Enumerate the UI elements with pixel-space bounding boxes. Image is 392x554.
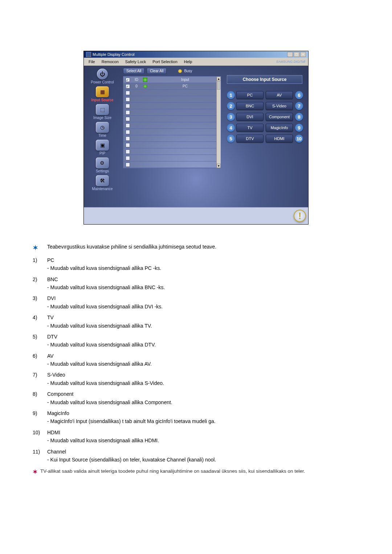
list-item: 1)PC - Muudab valitud kuva sisendsignaal… — [33, 256, 359, 272]
source-hdmi-button[interactable]: HDMI — [266, 135, 293, 143]
callout-5: 5 — [227, 135, 235, 143]
callout-4: 4 — [227, 124, 235, 132]
info-icon[interactable]: ! — [294, 210, 306, 222]
header-checkbox[interactable] — [126, 78, 130, 82]
menubar: File Remocon Safety Lock Port Selection … — [84, 58, 308, 66]
list-item-title: Component — [47, 391, 73, 397]
row-checkbox[interactable] — [126, 143, 130, 147]
row-checkbox[interactable] — [126, 156, 130, 160]
callout-8: 8 — [295, 113, 303, 121]
list-item-title: MagicInfo — [47, 410, 69, 416]
source-av-button[interactable]: AV — [266, 91, 293, 99]
maximize-button[interactable]: □ — [294, 52, 299, 57]
list-item-title: DVI — [47, 295, 56, 301]
minimize-button[interactable]: _ — [287, 52, 293, 57]
sidebar-item-pip[interactable]: ▣ PIP — [96, 140, 109, 155]
scroll-up-icon[interactable]: ▲ — [217, 77, 221, 81]
star-icon: ✶ — [33, 467, 37, 477]
menu-port-selection[interactable]: Port Selection — [149, 58, 180, 65]
row-checkbox[interactable] — [126, 97, 130, 102]
col-header-status-icon — [143, 78, 147, 82]
list-item-desc: - Muudab valitud kuva sisendsignaali all… — [47, 322, 359, 330]
titlebar: Multiple Display Control _ □ × — [84, 51, 308, 58]
sidebar-item-settings[interactable]: ⚙ Settings — [96, 157, 109, 173]
app-icon — [86, 52, 91, 57]
list-item-title: TV — [47, 315, 54, 320]
row-checkbox[interactable] — [126, 117, 130, 121]
row-checkbox[interactable] — [126, 84, 130, 89]
list-item-number: 11) — [33, 448, 47, 464]
list-item-desc: - Muudab valitud kuva sisendsignaali all… — [47, 398, 359, 406]
table-row-empty — [123, 90, 221, 96]
table-row[interactable]: 0 PC — [123, 83, 221, 90]
list-item-desc: - Muudab valitud kuva sisendsignaali all… — [47, 264, 359, 272]
sidebar-item-input-source[interactable]: ▦ Input Source — [91, 86, 113, 102]
row-checkbox[interactable] — [126, 163, 130, 167]
list-item: 6)AV - Muudab valitud kuva sisendsignaal… — [33, 352, 359, 368]
callout-3: 3 — [227, 113, 235, 121]
panel-header: Choose Input Source — [227, 75, 302, 84]
menu-remocon[interactable]: Remocon — [98, 58, 122, 65]
image-size-icon: ⬚ — [96, 104, 109, 115]
display-grid: ID Input 0 PC — [123, 76, 221, 168]
list-item: 2)BNC - Muudab valitud kuva sisendsignaa… — [33, 275, 359, 292]
table-row-empty — [123, 96, 221, 103]
menu-file[interactable]: File — [85, 58, 98, 65]
list-item-number: 2) — [33, 275, 47, 292]
source-pc-button[interactable]: PC — [236, 91, 264, 99]
row-checkbox[interactable] — [126, 130, 130, 134]
menu-help[interactable]: Help — [181, 58, 196, 65]
document-body: ✶ Teabevırgustikus kuvatakse pıhiline si… — [33, 243, 359, 477]
source-dtv-button[interactable]: DTV — [236, 135, 264, 143]
list-item-title: S-Video — [47, 372, 65, 378]
source-tv-button[interactable]: TV — [236, 124, 264, 132]
row-checkbox[interactable] — [126, 149, 130, 154]
row-checkbox[interactable] — [126, 91, 130, 95]
source-bnc-button[interactable]: BNC — [236, 102, 264, 110]
list-item-title: DTV — [47, 334, 57, 340]
busy-indicator-icon — [178, 69, 182, 73]
busy-label: Busy — [184, 69, 192, 73]
row-input: PC — [150, 84, 221, 88]
sidebar-item-time[interactable]: ◷ Time — [96, 122, 109, 138]
callout-1: 1 — [227, 91, 235, 99]
sidebar-item-image-size[interactable]: ⬚ Image Size — [93, 104, 111, 120]
source-svideo-button[interactable]: S-Video — [266, 102, 293, 110]
list-item-number: 7) — [33, 371, 47, 387]
table-row-empty — [123, 155, 221, 161]
settings-icon: ⚙ — [96, 157, 109, 168]
source-magicinfo-button[interactable]: MagicInfo — [266, 124, 293, 132]
scroll-thumb[interactable] — [217, 81, 220, 90]
scroll-down-icon[interactable]: ▼ — [217, 164, 221, 168]
list-item-title: HDMI — [47, 430, 60, 435]
sidebar-item-power-control[interactable]: ⏻ Power Control — [91, 69, 114, 84]
list-item-title: BNC — [47, 276, 58, 282]
power-icon: ⏻ — [97, 69, 108, 79]
vertical-scrollbar[interactable]: ▲ ▼ — [216, 77, 221, 168]
table-row-empty — [123, 122, 221, 129]
callout-9: 9 — [295, 124, 303, 132]
tv-note-text: TV-allikat saab valida ainult teleriga t… — [40, 467, 305, 477]
row-checkbox[interactable] — [126, 123, 130, 128]
list-item-desc: - Muudab valitud kuva sisendsignaali all… — [47, 360, 359, 368]
list-item: 8)Component - Muudab valitud kuva sisend… — [33, 390, 359, 406]
select-all-button[interactable]: Select All — [123, 68, 144, 74]
source-dvi-button[interactable]: DVI — [236, 113, 264, 121]
col-header-input: Input — [150, 78, 221, 82]
pip-icon: ▣ — [96, 140, 109, 151]
list-item-desc: - MagicInfo'i Input (sisendallikas) t ta… — [47, 417, 359, 425]
clear-all-button[interactable]: Clear All — [147, 68, 167, 74]
sidebar-item-maintenance[interactable]: 🛠 Maintenance — [92, 175, 113, 191]
list-item-desc: - Muudab valitud kuva sisendsignaali all… — [47, 436, 359, 444]
row-checkbox[interactable] — [126, 136, 130, 141]
source-component-button[interactable]: Component — [266, 113, 293, 121]
row-checkbox[interactable] — [126, 110, 130, 115]
table-row-empty — [123, 161, 221, 168]
menu-safety-lock[interactable]: Safety Lock — [122, 58, 149, 65]
close-button[interactable]: × — [300, 52, 306, 57]
row-checkbox[interactable] — [126, 104, 130, 108]
list-item: 11)Channel - Kui Input Source (sisendall… — [33, 448, 359, 464]
list-item-desc: - Muudab valitud kuva sisendsignaali all… — [47, 341, 359, 349]
time-icon: ◷ — [96, 122, 109, 133]
table-row-empty — [123, 103, 221, 109]
